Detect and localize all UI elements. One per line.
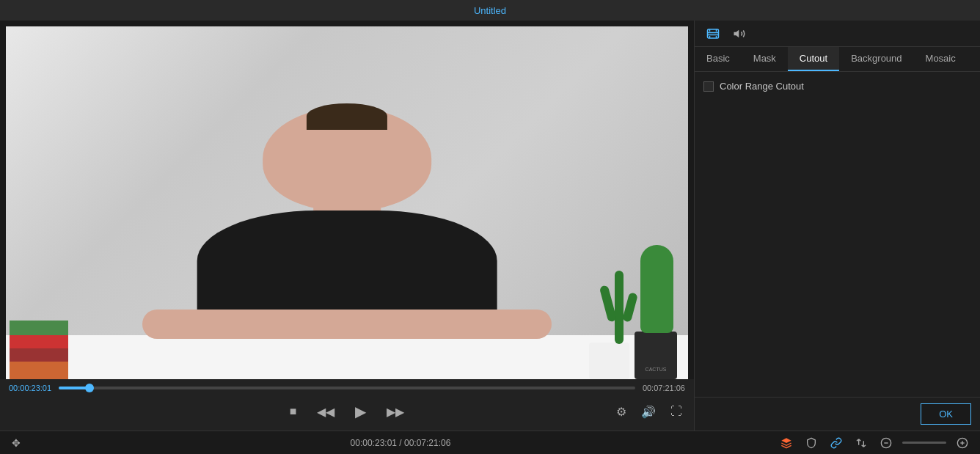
svg-rect-4 xyxy=(716,36,717,38)
person-figure xyxy=(159,107,535,337)
right-controls: ⚙ 🔊 ⛶ xyxy=(613,402,685,422)
playback-controls-row: ■ ◀◀ ▶ ▶▶ ⚙ 🔊 ⛶ xyxy=(9,397,685,426)
panel-header-icons xyxy=(695,21,980,47)
shield-icon xyxy=(805,437,817,449)
video-container xyxy=(6,26,688,379)
stop-button[interactable]: ■ xyxy=(287,402,300,421)
progress-bar[interactable] xyxy=(59,387,635,389)
books-decoration xyxy=(6,321,79,379)
ok-button[interactable]: OK xyxy=(921,403,971,425)
layers-icon xyxy=(780,437,792,449)
cactus-plant-left xyxy=(615,271,624,344)
plus-circle-icon xyxy=(957,437,968,449)
svg-rect-2 xyxy=(709,36,711,38)
zoom-slider-container xyxy=(902,442,946,444)
plus-circle-button[interactable] xyxy=(954,436,971,450)
fullscreen-button[interactable]: ⛶ xyxy=(668,402,685,421)
shield-button[interactable] xyxy=(802,436,820,450)
tab-mask[interactable]: Mask xyxy=(742,47,788,71)
svg-marker-7 xyxy=(734,29,739,37)
progress-thumb[interactable] xyxy=(85,384,94,392)
cursor-tool-button[interactable]: ✥ xyxy=(9,436,23,450)
person-head xyxy=(263,107,431,210)
title-bar: Untitled xyxy=(0,0,980,21)
minus-circle-button[interactable] xyxy=(877,436,895,450)
window-title: Untitled xyxy=(474,5,506,16)
volume-icon xyxy=(733,27,746,40)
video-panel: 00:00:23:01 00:07:21:06 ■ ◀◀ ▶ ▶▶ ⚙ 🔊 ⛶ xyxy=(0,21,694,431)
minus-circle-icon xyxy=(880,437,892,449)
book-red2 xyxy=(10,348,68,362)
video-controls: 00:00:23:01 00:07:21:06 ■ ◀◀ ▶ ▶▶ ⚙ 🔊 ⛶ xyxy=(0,379,694,431)
cacti-decoration xyxy=(571,247,681,379)
cactus-plant-right xyxy=(640,245,673,333)
video-frame xyxy=(6,26,688,379)
tab-mosaic[interactable]: Mosaic xyxy=(914,47,968,71)
film-icon xyxy=(706,27,720,40)
tab-background[interactable]: Background xyxy=(839,47,913,71)
progress-bar-row: 00:00:23:01 00:07:21:06 xyxy=(9,384,685,392)
cactus-pot-white xyxy=(589,343,629,379)
link-icon xyxy=(830,437,842,449)
book-green xyxy=(10,321,68,335)
zoom-slider[interactable] xyxy=(902,442,946,444)
svg-rect-1 xyxy=(709,29,711,32)
person-hair xyxy=(307,103,387,129)
color-range-cutout-checkbox[interactable] xyxy=(703,81,714,92)
swap-icon xyxy=(855,437,867,449)
film-icon-button[interactable] xyxy=(703,26,723,42)
svg-rect-3 xyxy=(716,29,717,32)
swap-button[interactable] xyxy=(852,436,870,450)
panel-footer: OK xyxy=(695,397,980,431)
color-range-cutout-label: Color Range Cutout xyxy=(720,81,804,92)
step-back-button[interactable]: ◀◀ xyxy=(314,402,337,422)
bottom-bar: ✥ 00:00:23:01 / 00:07:21:06 xyxy=(0,431,980,454)
cactus-pot-dark xyxy=(635,332,677,379)
link-button[interactable] xyxy=(827,436,845,450)
main-area: 00:00:23:01 00:07:21:06 ■ ◀◀ ▶ ▶▶ ⚙ 🔊 ⛶ xyxy=(0,21,980,431)
right-panel: Basic Mask Cutout Background Mosaic Colo… xyxy=(694,21,980,431)
book-red1 xyxy=(10,335,68,348)
total-time-label: 00:07:21:06 xyxy=(643,384,685,392)
tabs-row: Basic Mask Cutout Background Mosaic xyxy=(695,47,980,72)
book-orange xyxy=(10,362,68,379)
panel-content: Color Range Cutout xyxy=(695,72,980,397)
tab-basic[interactable]: Basic xyxy=(695,47,742,71)
settings-button[interactable]: ⚙ xyxy=(613,402,629,422)
tab-cutout[interactable]: Cutout xyxy=(788,47,839,71)
volume-button[interactable]: 🔊 xyxy=(638,402,659,422)
current-time-label: 00:00:23:01 xyxy=(9,384,51,392)
play-button[interactable]: ▶ xyxy=(352,400,369,423)
bottom-tools xyxy=(778,436,971,450)
bottom-time-display: 00:00:23:01 / 00:07:21:06 xyxy=(35,438,766,448)
color-range-cutout-row: Color Range Cutout xyxy=(703,81,971,92)
step-forward-button[interactable]: ▶▶ xyxy=(384,402,407,422)
layers-button[interactable] xyxy=(778,436,795,450)
volume-panel-button[interactable] xyxy=(730,26,749,42)
person-arms xyxy=(142,310,552,339)
